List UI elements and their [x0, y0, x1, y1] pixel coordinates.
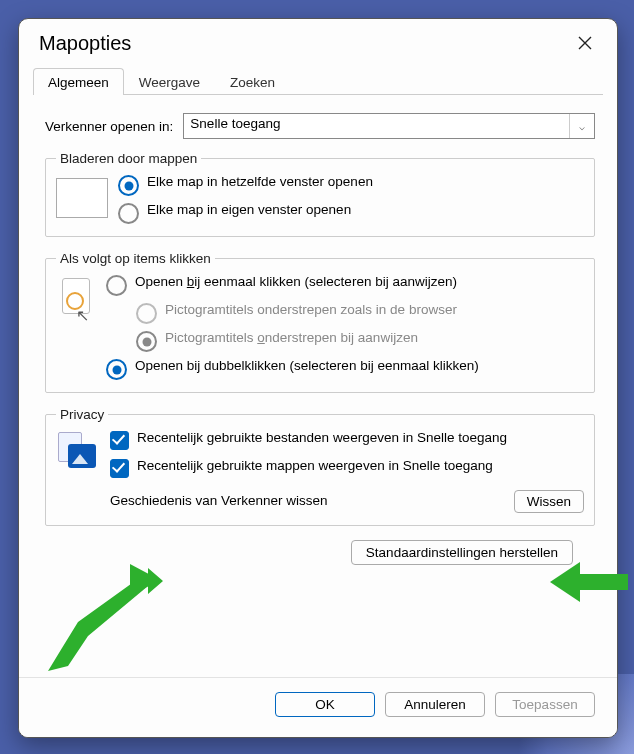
- radio-double-click-label: Openen bij dubbelklikken (selecteren bij…: [135, 358, 479, 375]
- window-icon: [56, 178, 108, 218]
- privacy-icon: [56, 432, 100, 472]
- radio-own-window-label: Elke map in eigen venster openen: [147, 202, 351, 219]
- radio-underline-browser: [136, 303, 157, 324]
- checkbox-recent-folders[interactable]: [110, 459, 129, 478]
- radio-single-click-label: Openen bij eenmaal klikken (selecteren b…: [135, 274, 457, 291]
- restore-defaults-button[interactable]: Standaardinstellingen herstellen: [351, 540, 573, 565]
- tab-search[interactable]: Zoeken: [215, 68, 290, 95]
- titlebar: Mapopties: [19, 19, 617, 59]
- browse-folders-legend: Bladeren door mappen: [56, 151, 201, 166]
- checkbox-recent-files[interactable]: [110, 431, 129, 450]
- ok-button[interactable]: OK: [275, 692, 375, 717]
- open-in-label: Verkenner openen in:: [45, 119, 173, 134]
- clear-history-label: Geschiedenis van Verkenner wissen: [110, 493, 328, 510]
- checkbox-recent-folders-label: Recentelijk gebruikte mappen weergeven i…: [137, 458, 493, 475]
- privacy-legend: Privacy: [56, 407, 108, 422]
- radio-double-click[interactable]: [106, 359, 127, 380]
- tab-view[interactable]: Weergave: [124, 68, 215, 95]
- privacy-group: Privacy Recentelijk gebruikte bestanden …: [45, 407, 595, 526]
- dialog-title: Mapopties: [39, 32, 131, 55]
- radio-own-window[interactable]: [118, 203, 139, 224]
- tab-label: Weergave: [139, 75, 200, 90]
- cancel-button[interactable]: Annuleren: [385, 692, 485, 717]
- close-icon: [578, 36, 592, 50]
- tab-label: Zoeken: [230, 75, 275, 90]
- folder-options-dialog: Mapopties Algemeen Weergave Zoeken Verke…: [18, 18, 618, 738]
- radio-underline-browser-label: Pictogramtitels onderstrepen zoals in de…: [165, 302, 457, 319]
- checkbox-recent-files-label: Recentelijk gebruikte bestanden weergeve…: [137, 430, 507, 447]
- click-icon: ↖: [56, 278, 96, 322]
- tab-bar: Algemeen Weergave Zoeken: [33, 67, 603, 95]
- open-in-row: Verkenner openen in: Snelle toegang ⌵: [45, 113, 595, 139]
- click-items-group: Als volgt op items klikken ↖ Openen bij …: [45, 251, 595, 393]
- open-in-combobox[interactable]: Snelle toegang ⌵: [183, 113, 595, 139]
- clear-history-button[interactable]: Wissen: [514, 490, 584, 513]
- radio-underline-point-label: Pictogramtitels onderstrepen bij aanwijz…: [165, 330, 418, 347]
- browse-folders-group: Bladeren door mappen Elke map in hetzelf…: [45, 151, 595, 237]
- radio-underline-point: [136, 331, 157, 352]
- dialog-body: Verkenner openen in: Snelle toegang ⌵ Bl…: [19, 95, 617, 565]
- chevron-down-icon: ⌵: [569, 114, 594, 138]
- dialog-button-row: OK Annuleren Toepassen: [19, 677, 617, 737]
- tab-general[interactable]: Algemeen: [33, 68, 124, 95]
- click-items-legend: Als volgt op items klikken: [56, 251, 215, 266]
- apply-button: Toepassen: [495, 692, 595, 717]
- radio-same-window-label: Elke map in hetzelfde venster openen: [147, 174, 373, 191]
- radio-single-click[interactable]: [106, 275, 127, 296]
- radio-same-window[interactable]: [118, 175, 139, 196]
- tab-label: Algemeen: [48, 75, 109, 90]
- close-button[interactable]: [567, 29, 603, 57]
- open-in-value: Snelle toegang: [184, 114, 569, 138]
